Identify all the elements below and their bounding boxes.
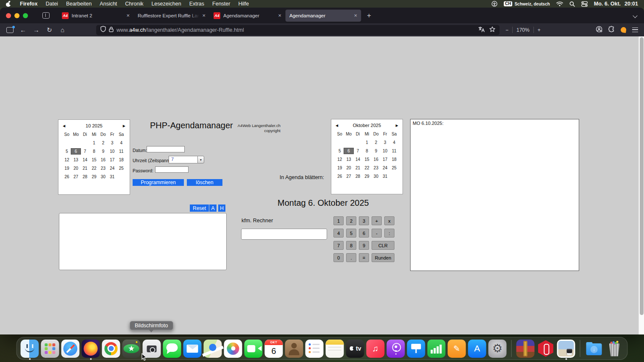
dock-firefox-icon[interactable] (82, 340, 100, 358)
dock-finder-icon[interactable] (21, 340, 39, 358)
calendar-day[interactable]: 21 (353, 165, 362, 171)
calendar-day[interactable]: 9 (99, 149, 108, 154)
tab-close-icon[interactable]: × (126, 13, 130, 18)
calc-key-8[interactable]: 8 (346, 241, 356, 250)
zoom-window-button[interactable] (23, 13, 28, 18)
dock-downloads-icon[interactable]: ↓ (585, 340, 603, 358)
tab-close-icon[interactable]: × (354, 13, 357, 18)
dock-appletv-icon[interactable]: tv (346, 340, 364, 358)
dock-calendar-icon[interactable]: OKT6 (265, 340, 283, 358)
tab-1[interactable]: Rufflestore Expert Ruffle Langentha× (134, 10, 209, 22)
calendar-day[interactable]: 28 (353, 174, 362, 179)
calendar-day[interactable]: 18 (390, 157, 399, 162)
input-source-indicator[interactable]: CH Schweiz, deutsch (504, 1, 550, 6)
calendar-day[interactable]: 30 (372, 174, 380, 179)
dock-numbers-icon[interactable] (427, 340, 446, 358)
dock-launchpad-icon[interactable] (41, 340, 59, 358)
calendar-day[interactable]: 25 (117, 166, 126, 171)
calendar-day[interactable]: 29 (89, 174, 98, 180)
calendar-day[interactable]: 22 (89, 166, 98, 171)
calendar-day[interactable]: 18 (117, 157, 126, 163)
calendar-day[interactable]: 13 (71, 157, 80, 163)
calendar-day[interactable]: 28 (80, 174, 89, 180)
calendar-day[interactable]: 17 (108, 157, 117, 163)
calc-key-CLR[interactable]: CLR (372, 241, 394, 250)
reset-button[interactable]: Reset (190, 204, 209, 212)
dock-maps-icon[interactable]: ➤ (204, 340, 222, 358)
dock-trash-icon[interactable] (605, 340, 624, 358)
calc-key-1[interactable]: 1 (333, 216, 344, 225)
apple-menu-icon[interactable] (6, 1, 11, 7)
loeschen-button[interactable]: löschen (187, 179, 222, 186)
forward-button[interactable]: → (31, 25, 42, 35)
calc-key-+[interactable]: + (372, 216, 382, 225)
calendar-day[interactable]: 14 (80, 157, 89, 163)
account-icon[interactable] (596, 26, 602, 34)
tab-close-icon[interactable]: × (278, 13, 281, 18)
home-button[interactable]: ⌂ (57, 25, 68, 35)
agenda-textarea[interactable]: MO 6.10.2025: (410, 119, 579, 271)
calendar-day[interactable]: 30 (99, 174, 108, 180)
bookmark-star-icon[interactable] (489, 26, 495, 34)
calc-key-5[interactable]: 5 (346, 229, 356, 238)
control-center-icon[interactable] (581, 1, 588, 7)
menu-extras[interactable]: Extras (189, 1, 204, 7)
dock-reminders-icon[interactable] (305, 340, 324, 358)
select-arrow-icon[interactable]: ▼ (197, 156, 204, 163)
app-menu-icon[interactable] (632, 28, 638, 32)
reload-button[interactable]: ↻ (44, 25, 55, 35)
calendar-day[interactable]: 8 (362, 148, 371, 154)
uhrzeit-select[interactable]: 7 ▼ (169, 156, 204, 163)
calendar-day[interactable]: 20 (344, 165, 353, 171)
dock-appstore-icon[interactable]: A (468, 340, 486, 358)
new-tab-button[interactable]: + (363, 10, 375, 21)
calendar-day[interactable]: 29 (362, 174, 371, 179)
tab-3[interactable]: Agendamanager× (286, 10, 361, 22)
calendar-day[interactable]: 10 (108, 149, 117, 154)
calendar-day[interactable]: 5 (335, 148, 344, 154)
dock-pages-icon[interactable]: ✎ (448, 340, 466, 358)
shield-icon[interactable] (100, 26, 106, 34)
calendar-day[interactable]: 31 (108, 174, 117, 180)
calc-key-.[interactable]: . (346, 253, 356, 262)
zoom-level[interactable]: 170% (516, 27, 530, 33)
calendar-next-icon[interactable]: ▶ (123, 124, 125, 128)
menu-fenster[interactable]: Fenster (212, 1, 230, 7)
calendar-day[interactable]: 4 (117, 140, 126, 146)
extensions-puzzle-icon[interactable] (608, 26, 615, 34)
calendar-day[interactable]: 15 (362, 157, 371, 162)
calculator-input[interactable] (241, 229, 327, 240)
calc-key-=[interactable]: = (359, 253, 369, 262)
tab-0[interactable]: A4Intranet 2× (58, 10, 133, 22)
zoom-in-button[interactable]: + (538, 27, 541, 33)
page-scrollbar[interactable] (638, 36, 644, 334)
calendar-day[interactable]: 12 (335, 157, 344, 162)
dock-music-icon[interactable]: ♫ (366, 340, 385, 358)
calendar-prev-icon[interactable]: ◀ (63, 124, 65, 128)
calendar-day[interactable]: 6 (71, 149, 80, 154)
calc-key-4[interactable]: 4 (333, 229, 344, 238)
menu-chronik[interactable]: Chronik (125, 1, 143, 7)
calc-key-7[interactable]: 7 (333, 241, 344, 250)
calendar-day[interactable]: 20 (71, 166, 80, 171)
calendar-day[interactable]: 13 (344, 157, 353, 162)
calendar-day[interactable]: 24 (380, 165, 389, 171)
calendar-day[interactable]: 10 (380, 148, 389, 154)
password-input[interactable] (155, 166, 189, 173)
url-bar[interactable]: www.a4w.ch/langenthaler/Agendamanager-Ru… (96, 25, 500, 35)
sidebar-toggle-icon[interactable] (42, 12, 50, 19)
calendar-day[interactable]: 16 (99, 157, 108, 163)
calendar-day[interactable]: 14 (353, 157, 362, 162)
menu-datei[interactable]: Datei (46, 1, 58, 7)
calendar-day[interactable]: 7 (80, 149, 89, 154)
dock-contacts-icon[interactable] (285, 340, 303, 358)
calc-key--[interactable]: - (372, 229, 382, 238)
calendar-day[interactable]: 1 (362, 140, 371, 145)
calendar-day[interactable]: 19 (335, 165, 344, 171)
calendar-day[interactable]: 19 (62, 166, 71, 171)
calc-key-3[interactable]: 3 (359, 216, 369, 225)
dock-chrome-icon[interactable] (102, 340, 120, 358)
accessibility-icon[interactable] (491, 1, 497, 7)
calendar-day[interactable]: 23 (372, 165, 380, 171)
dock-settings-icon[interactable]: ⚙ (489, 340, 507, 358)
